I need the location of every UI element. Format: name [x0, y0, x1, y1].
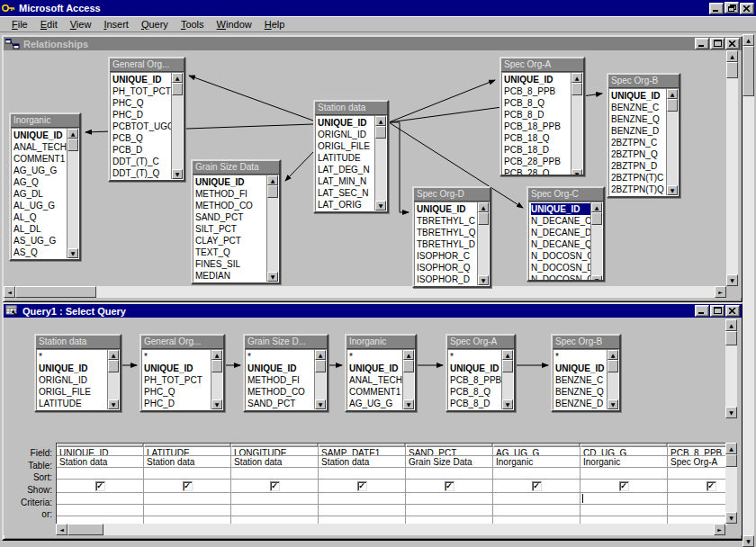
scroll-down-icon[interactable]: ▼: [742, 535, 754, 547]
criteria-cell[interactable]: [668, 493, 727, 505]
query-table-inorganic[interactable]: Inorganic*UNIQUE_IDANAL_TECHCOMMENT1AG_U…: [345, 334, 417, 412]
field-pcb-18-ppb[interactable]: PCB_18_PPB: [504, 121, 571, 132]
scrollbar-thumb[interactable]: [478, 212, 489, 225]
scroll-up-icon[interactable]: ▲: [267, 175, 278, 185]
field-unique-id[interactable]: UNIQUE_ID: [349, 363, 402, 374]
menu-window[interactable]: Window: [211, 18, 258, 31]
scrollbar-thumb[interactable]: [212, 360, 222, 372]
scrollbar-track[interactable]: [478, 225, 489, 275]
field-ph-tot-pct[interactable]: PH_TOT_PCT: [112, 85, 171, 97]
table-scrollbar[interactable]: ▲▼: [266, 175, 278, 282]
table-cell[interactable]: Grain Size Data: [406, 456, 492, 468]
field-pcb-28-q[interactable]: PCB_28_Q: [504, 167, 571, 176]
or-cell[interactable]: [57, 505, 143, 516]
app-title-bar[interactable]: Microsoft Access: [0, 0, 756, 16]
field-2bztpn-t-c[interactable]: 2BZTPN(T)C: [611, 172, 666, 184]
query-grid-horizontal-scrollbar[interactable]: ◄►: [56, 524, 725, 535]
field-unique-id[interactable]: UNIQUE_ID: [318, 117, 374, 129]
field-fines-sil[interactable]: FINES_SIL: [195, 258, 266, 270]
menu-bar[interactable]: FileEditViewInsertQueryToolsWindowHelp: [0, 16, 756, 32]
scrollbar-thumb[interactable]: [403, 360, 414, 372]
scrollbar-track[interactable]: [315, 372, 326, 399]
scrollbar-thumb[interactable]: [172, 83, 183, 95]
scrollbar-track[interactable]: [742, 96, 754, 535]
table-cell[interactable]: Inorganic: [580, 456, 667, 468]
rel-table-spec-org-b[interactable]: Spec Org-BUNIQUE_IDBENZNE_CBENZNE_QBENZN…: [607, 73, 680, 198]
field-pcb-18-d[interactable]: PCB_18_D: [504, 144, 571, 156]
field-pcb-8-d[interactable]: PCB_8_D: [504, 109, 571, 121]
grid-column-pcb-8-ppb[interactable]: PCB_8_PPBSpec Org-A✓: [668, 444, 727, 525]
field-pcb-q[interactable]: PCB_Q: [112, 132, 171, 144]
scrollbar-track[interactable]: [375, 139, 386, 201]
field-n-docosn-d[interactable]: N_DOCOSN_D: [531, 262, 590, 274]
menu-file[interactable]: File: [5, 18, 34, 31]
field-unique-id[interactable]: UNIQUE_ID: [611, 90, 666, 102]
relationship-line-station-data-to-spec-org-a[interactable]: [389, 80, 495, 122]
scrollbar-thumb[interactable]: [725, 331, 737, 345]
show-checkbox[interactable]: ✓: [445, 481, 454, 491]
field-unique-id[interactable]: UNIQUE_ID: [195, 176, 266, 188]
or-cell[interactable]: [493, 505, 580, 516]
scrollbar-track[interactable]: [608, 372, 618, 399]
sort-cell[interactable]: [493, 468, 580, 480]
scroll-up-icon[interactable]: ▲: [608, 350, 618, 360]
menu-tools[interactable]: Tools: [175, 18, 211, 31]
table-caption[interactable]: Spec Org-D: [414, 188, 490, 202]
field-n-docosn-c[interactable]: N_DOCOSN_C: [531, 250, 590, 262]
grid-column-cd-ug-g[interactable]: CD_UG_GInorganic✓: [580, 444, 668, 525]
field-al-ug-g[interactable]: AL_UG_G: [14, 200, 67, 211]
field-ddt-t-q[interactable]: DDT_(T)_Q: [112, 167, 171, 179]
query-grid-vertical-scrollbar[interactable]: ▲▼: [725, 443, 737, 524]
field-orignl-id[interactable]: ORIGNL_ID: [318, 129, 374, 140]
table-cell[interactable]: Station data: [57, 456, 143, 468]
field-ag-q[interactable]: AG_Q: [14, 176, 67, 188]
show-cell[interactable]: ✓: [57, 480, 143, 493]
field-method-co[interactable]: METHOD_CO: [195, 200, 266, 211]
field-benzne-d[interactable]: BENZNE_D: [555, 398, 607, 409]
scroll-right-icon[interactable]: ►: [715, 286, 726, 298]
field-[interactable]: *: [144, 351, 211, 363]
scroll-down-icon[interactable]: ▼: [172, 169, 183, 179]
rel-table-inorganic[interactable]: InorganicUNIQUE_IDANAL_TECHCOMMENT1AG_UG…: [9, 112, 81, 261]
table-cell[interactable]: Station data: [319, 456, 405, 468]
scrollbar-thumb[interactable]: [68, 139, 78, 151]
relationship-line-station-data-to-general-org[interactable]: [189, 76, 313, 121]
or-cell[interactable]: [580, 505, 667, 516]
scroll-up-icon[interactable]: ▲: [502, 350, 513, 360]
or-cell[interactable]: [231, 505, 318, 516]
field-pcb-8-ppb[interactable]: PCB_8_PPB: [504, 85, 571, 97]
scroll-down-icon[interactable]: ▼: [212, 399, 222, 409]
relationships-title-bar[interactable]: Relationships: [4, 37, 742, 50]
table-scrollbar[interactable]: ▲▼: [402, 350, 414, 409]
field-[interactable]: *: [248, 351, 314, 363]
scroll-up-icon[interactable]: ▲: [726, 50, 738, 62]
scrollbar-thumb[interactable]: [315, 360, 326, 372]
menu-help[interactable]: Help: [258, 18, 292, 31]
table-scrollbar[interactable]: ▲▼: [314, 350, 326, 409]
field-ag-dl[interactable]: AG_DL: [14, 188, 67, 200]
scroll-down-icon[interactable]: ▼: [591, 275, 602, 282]
rel-table-spec-org-c[interactable]: Spec Org-CUNIQUE_IDN_DECANE_CN_DECANE_DN…: [526, 186, 605, 282]
field-n-decane-c[interactable]: N_DECANE_C: [531, 215, 590, 227]
show-cell[interactable]: ✓: [580, 480, 667, 493]
query-table-general-org[interactable]: General Org...*UNIQUE_IDPH_TOT_PCTPHC_QP…: [140, 334, 225, 412]
query-table-grain-size-d[interactable]: Grain Size D...*UNIQUE_IDMETHOD_FIMETHOD…: [243, 334, 328, 412]
minimize-button[interactable]: [695, 38, 709, 49]
scroll-down-icon[interactable]: ▼: [572, 169, 582, 176]
scroll-down-icon[interactable]: ▼: [608, 399, 618, 409]
field-pcb-8-q[interactable]: PCB_8_Q: [504, 97, 571, 109]
sort-cell[interactable]: [668, 468, 727, 480]
scrollbar-thumb[interactable]: [608, 360, 618, 372]
scrollbar-track[interactable]: [267, 198, 278, 272]
field-2bztpn-t-q[interactable]: 2BZTPN(T)Q: [611, 184, 666, 195]
field-as-ug-g[interactable]: AS_UG_G: [14, 235, 67, 247]
field-isophor-d[interactable]: ISOPHOR_D: [417, 274, 477, 285]
field-anal-tech[interactable]: ANAL_TECH: [14, 141, 67, 153]
scrollbar-track[interactable]: [96, 286, 715, 298]
relationship-line-station-data-to-grain-size-data[interactable]: [285, 152, 313, 181]
scroll-up-icon[interactable]: ▲: [667, 89, 678, 99]
field-unique-id[interactable]: UNIQUE_ID: [450, 363, 501, 374]
field-pcb-18-q[interactable]: PCB_18_Q: [504, 132, 571, 144]
scrollbar-thumb[interactable]: [742, 46, 754, 96]
scroll-up-icon[interactable]: ▲: [403, 350, 414, 360]
